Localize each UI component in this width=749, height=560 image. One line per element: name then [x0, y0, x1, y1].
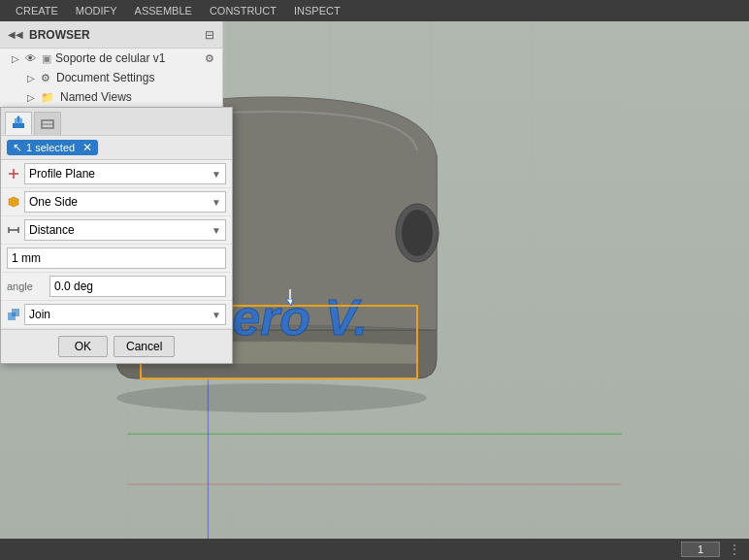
profile-plane-arrow: ▼ — [212, 169, 221, 180]
browser-gear-icon: ⚙ — [41, 72, 50, 84]
svg-marker-14 — [16, 115, 20, 118]
browser-menu-icon[interactable]: ⊟ — [205, 28, 214, 42]
dialog-tabs — [1, 108, 232, 136]
ok-button[interactable]: OK — [58, 336, 108, 357]
svg-point-7 — [402, 210, 433, 256]
browser-folder-icon: 📁 — [41, 91, 54, 104]
cursor-icon: ↖ — [13, 141, 22, 154]
distance-type-label: Distance — [29, 223, 75, 237]
toolbar-construct[interactable]: CONSTRUCT — [202, 3, 284, 18]
distance-value-input[interactable] — [7, 247, 226, 269]
dialog-panel: ↖ 1 selected ✕ Profile Plane ▼ One Side … — [0, 107, 233, 364]
one-side-label: One Side — [29, 195, 78, 209]
operation-arrow: ▼ — [212, 310, 221, 320]
browser-item-label-settings[interactable]: Document Settings — [56, 71, 154, 84]
browser-item-label-views[interactable]: Named Views — [60, 90, 132, 104]
browser-settings-icon[interactable]: ⚙ — [205, 52, 214, 65]
profile-plane-select[interactable]: Profile Plane ▼ — [24, 163, 226, 184]
operation-select[interactable]: Join ▼ — [24, 304, 226, 325]
browser-expand-icon-3: ▷ — [27, 92, 35, 103]
status-more-icon[interactable]: ⋮ — [728, 542, 741, 557]
dialog-tab-extrude[interactable] — [5, 112, 32, 135]
distance-type-arrow: ▼ — [212, 225, 221, 236]
selected-count-label: 1 selected — [26, 142, 75, 153]
svg-point-5 — [116, 383, 427, 412]
browser-panel: ◀◀ BROWSER ⊟ ▷ 👁 ▣ Soporte de celular v1… — [0, 21, 223, 107]
browser-collapse-icon[interactable]: ◀◀ — [8, 29, 23, 40]
top-toolbar: CREATE MODIFY ASSEMBLE CONSTRUCT INSPECT — [0, 0, 749, 21]
browser-item-named-views[interactable]: ▷ 📁 Named Views — [0, 87, 222, 107]
browser-title: BROWSER — [29, 28, 199, 42]
toolbar-create[interactable]: CREATE — [8, 3, 66, 18]
distance-value-row — [1, 245, 232, 273]
dialog-footer: OK Cancel — [1, 329, 232, 363]
cancel-button[interactable]: Cancel — [114, 336, 175, 357]
browser-item-root[interactable]: ▷ 👁 ▣ Soporte de celular v1 ⚙ — [0, 49, 222, 68]
browser-item-label-root[interactable]: Soporte de celular v1 — [55, 51, 201, 65]
one-side-select[interactable]: One Side ▼ — [24, 191, 226, 213]
distance-type-icon — [7, 223, 20, 237]
svg-rect-11 — [13, 123, 24, 128]
toolbar-assemble[interactable]: ASSEMBLE — [127, 3, 200, 18]
one-side-arrow: ▼ — [212, 197, 221, 208]
toolbar-inspect[interactable]: INSPECT — [286, 3, 348, 18]
angle-value-row: angle — [1, 273, 232, 301]
clear-selection-icon[interactable]: ✕ — [82, 141, 92, 154]
operation-icon — [7, 308, 20, 321]
one-side-row: One Side ▼ — [1, 188, 232, 216]
operation-label: Join — [29, 308, 50, 321]
angle-value-input[interactable] — [49, 276, 226, 297]
browser-visibility-icon[interactable]: 👁 — [25, 52, 36, 64]
operation-row: Join ▼ — [1, 301, 232, 329]
angle-label: angle — [7, 280, 46, 292]
distance-type-select[interactable]: Distance ▼ — [24, 219, 226, 241]
svg-marker-19 — [9, 197, 18, 207]
dialog-tab-other[interactable] — [34, 112, 61, 135]
selected-row: ↖ 1 selected ✕ — [1, 136, 232, 160]
browser-expand-icon: ▷ — [12, 53, 19, 64]
browser-item-icon-cube: ▣ — [42, 52, 51, 65]
browser-expand-icon-2: ▷ — [27, 73, 35, 83]
one-side-icon — [7, 195, 20, 209]
selected-badge: ↖ 1 selected ✕ — [7, 140, 98, 155]
status-bar: 1 ⋮ — [0, 539, 749, 560]
profile-plane-icon — [7, 167, 20, 181]
svg-rect-24 — [12, 309, 19, 316]
status-value-input[interactable]: 1 — [681, 542, 720, 557]
toolbar-modify[interactable]: MODIFY — [68, 3, 125, 18]
profile-plane-label: Profile Plane — [29, 167, 95, 181]
browser-item-settings[interactable]: ▷ ⚙ Document Settings — [0, 68, 222, 87]
browser-header: ◀◀ BROWSER ⊟ — [0, 21, 222, 49]
distance-type-row: Distance ▼ — [1, 216, 232, 245]
profile-plane-row: Profile Plane ▼ — [1, 160, 232, 188]
